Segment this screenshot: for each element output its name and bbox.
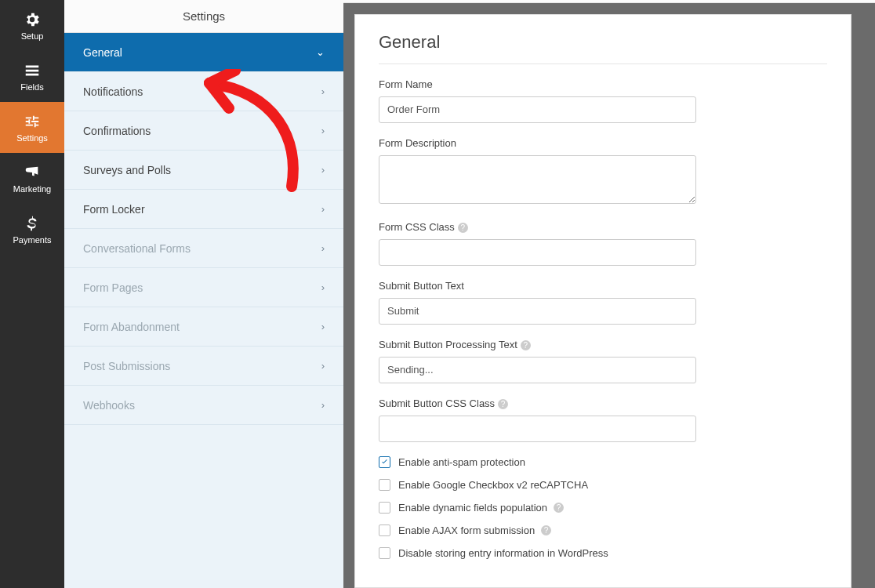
form-name-label: Form Name	[379, 78, 827, 90]
chevron-down-icon: ⌄	[316, 46, 325, 58]
submit-css-input[interactable]	[379, 416, 696, 442]
bullhorn-icon	[24, 164, 41, 181]
chevron-right-icon: ›	[321, 85, 325, 97]
checkbox-icon	[379, 456, 390, 468]
menu-conversational[interactable]: Conversational Forms›	[64, 229, 343, 268]
nav-label: Fields	[20, 82, 43, 92]
help-icon[interactable]: ?	[498, 399, 508, 409]
form-desc-label: Form Description	[379, 137, 827, 149]
submit-css-label: Submit Button CSS Class?	[379, 397, 827, 409]
menu-webhooks[interactable]: Webhooks›	[64, 386, 343, 425]
help-icon[interactable]: ?	[554, 503, 564, 513]
chevron-right-icon: ›	[321, 399, 325, 411]
dollar-icon	[24, 215, 41, 232]
form-css-label: Form CSS Class?	[379, 221, 827, 233]
nav-fields[interactable]: Fields	[0, 51, 64, 102]
checkbox-icon	[379, 524, 390, 536]
submit-proc-label: Submit Button Processing Text?	[379, 339, 827, 350]
checkbox-icon	[379, 547, 390, 559]
check-dynamic[interactable]: Enable dynamic fields population?	[379, 502, 827, 514]
menu-general[interactable]: General⌄	[64, 33, 343, 72]
menu-surveys[interactable]: Surveys and Polls›	[64, 151, 343, 190]
panel-heading: General	[379, 32, 827, 64]
vertical-nav: Setup Fields Settings Marketing Payments	[0, 0, 64, 588]
checkbox-icon	[379, 479, 390, 491]
nav-label: Setup	[21, 31, 44, 41]
general-panel: General Form Name Form Description Form …	[354, 14, 851, 588]
nav-settings[interactable]: Settings	[0, 102, 64, 153]
chevron-right-icon: ›	[321, 164, 325, 176]
chevron-right-icon: ›	[321, 360, 325, 372]
settings-menu-column: Settings General⌄ Notifications› Confirm…	[64, 0, 343, 588]
help-icon[interactable]: ?	[541, 525, 551, 535]
check-disable-storing[interactable]: Disable storing entry information in Wor…	[379, 547, 827, 559]
topbar: Settings	[64, 0, 343, 33]
check-antispam[interactable]: Enable anti-spam protection	[379, 456, 827, 468]
menu-form-pages[interactable]: Form Pages›	[64, 268, 343, 307]
chevron-right-icon: ›	[321, 281, 325, 293]
menu-post-submissions[interactable]: Post Submissions›	[64, 347, 343, 386]
content-column: General Form Name Form Description Form …	[343, 0, 875, 588]
divider	[379, 64, 827, 64]
menu-abandonment[interactable]: Form Abandonment›	[64, 307, 343, 347]
chevron-right-icon: ›	[321, 321, 325, 332]
menu-locker[interactable]: Form Locker›	[64, 190, 343, 229]
form-name-input[interactable]	[379, 96, 696, 123]
menu-confirmations[interactable]: Confirmations›	[64, 111, 343, 151]
content-body: General Form Name Form Description Form …	[343, 3, 875, 588]
settings-menu: General⌄ Notifications› Confirmations› S…	[64, 33, 343, 588]
check-ajax[interactable]: Enable AJAX form submission?	[379, 524, 827, 536]
chevron-right-icon: ›	[321, 242, 325, 254]
gear-icon	[24, 11, 41, 28]
sliders-icon	[24, 113, 41, 130]
checkbox-icon	[379, 502, 390, 514]
nav-setup[interactable]: Setup	[0, 0, 64, 51]
page-title: Settings	[183, 9, 225, 23]
nav-label: Settings	[16, 133, 48, 143]
check-recaptcha[interactable]: Enable Google Checkbox v2 reCAPTCHA	[379, 479, 827, 491]
help-icon[interactable]: ?	[521, 340, 531, 350]
nav-payments[interactable]: Payments	[0, 204, 64, 255]
nav-label: Marketing	[13, 184, 51, 194]
form-css-input[interactable]	[379, 239, 696, 266]
nav-marketing[interactable]: Marketing	[0, 153, 64, 204]
list-icon	[24, 62, 41, 79]
form-desc-input[interactable]	[379, 155, 696, 204]
submit-proc-input[interactable]	[379, 357, 696, 383]
nav-label: Payments	[13, 235, 52, 245]
submit-text-input[interactable]	[379, 298, 696, 325]
chevron-right-icon: ›	[321, 125, 325, 136]
help-icon[interactable]: ?	[458, 223, 468, 233]
submit-text-label: Submit Button Text	[379, 280, 827, 292]
chevron-right-icon: ›	[321, 203, 325, 215]
menu-notifications[interactable]: Notifications›	[64, 72, 343, 111]
